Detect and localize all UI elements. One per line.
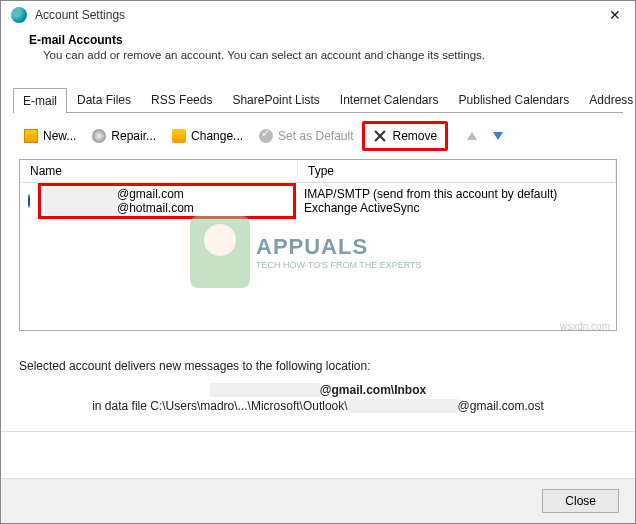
remove-button[interactable]: Remove — [366, 125, 444, 147]
watermark-brand: APPUALS — [256, 234, 422, 260]
folder-edit-icon — [172, 129, 186, 143]
check-circle-icon — [259, 129, 273, 143]
tab-address-books[interactable]: Address Books — [579, 87, 636, 112]
close-button[interactable]: Close — [542, 489, 619, 513]
account-settings-dialog: Account Settings ✕ E-mail Accounts You c… — [0, 0, 636, 524]
set-default-button: Set as Default — [252, 125, 360, 147]
app-icon — [11, 7, 27, 23]
new-button[interactable]: New... — [17, 125, 83, 147]
tab-rss-feeds[interactable]: RSS Feeds — [141, 87, 222, 112]
titlebar: Account Settings ✕ — [1, 1, 635, 29]
delivery-path-prefix: in data file C:\Users\madro\...\Microsof… — [92, 399, 347, 413]
watermark: APPUALS TECH HOW-TO'S FROM THE EXPERTS — [190, 216, 422, 288]
x-icon — [373, 129, 387, 143]
arrow-up-icon — [467, 132, 477, 140]
tab-data-files[interactable]: Data Files — [67, 87, 141, 112]
repair-button[interactable]: Repair... — [85, 125, 163, 147]
toolbar: New... Repair... Change... Set as Defaul… — [1, 113, 635, 159]
repair-label: Repair... — [111, 129, 156, 143]
watermark-figure-icon — [190, 216, 250, 288]
table-header: Name Type — [20, 160, 616, 183]
header-section: E-mail Accounts You can add or remove an… — [1, 29, 635, 83]
delivery-info: Selected account delivers new messages t… — [1, 345, 635, 417]
new-label: New... — [43, 129, 76, 143]
mail-new-icon — [24, 129, 38, 143]
row2-name: @hotmail.com — [117, 201, 194, 215]
row1-name: @gmail.com — [117, 187, 184, 201]
section-heading: E-mail Accounts — [29, 33, 607, 47]
tab-strip: E-mail Data Files RSS Feeds SharePoint L… — [13, 87, 623, 113]
table-row[interactable]: XXXXXXXX@gmail.com XXXXXXXX@hotmail.com … — [20, 183, 616, 219]
row1-type: IMAP/SMTP (send from this account by def… — [304, 187, 608, 201]
move-down-button[interactable] — [486, 128, 510, 144]
default-account-icon — [28, 194, 30, 208]
tab-sharepoint-lists[interactable]: SharePoint Lists — [222, 87, 329, 112]
site-watermark: wsxdn.com — [560, 321, 610, 331]
gear-icon — [92, 129, 106, 143]
set-default-label: Set as Default — [278, 129, 353, 143]
arrow-down-icon — [493, 132, 503, 140]
section-subtext: You can add or remove an account. You ca… — [29, 49, 607, 61]
col-type[interactable]: Type — [298, 160, 616, 182]
close-icon[interactable]: ✕ — [605, 7, 625, 23]
tab-internet-calendars[interactable]: Internet Calendars — [330, 87, 449, 112]
change-label: Change... — [191, 129, 243, 143]
row2-type: Exchange ActiveSync — [304, 201, 608, 215]
change-button[interactable]: Change... — [165, 125, 250, 147]
remove-label: Remove — [392, 129, 437, 143]
dialog-footer: Close — [1, 478, 635, 523]
selected-rows-highlight: XXXXXXXX@gmail.com XXXXXXXX@hotmail.com — [38, 183, 296, 219]
tab-email[interactable]: E-mail — [13, 88, 67, 113]
delivery-line1: Selected account delivers new messages t… — [19, 359, 617, 373]
move-up-button — [460, 128, 484, 144]
accounts-table: Name Type XXXXXXXX@gmail.com XXXXXXXX@ho… — [19, 159, 617, 331]
remove-highlight: Remove — [362, 121, 448, 151]
delivery-path-suffix: @gmail.com.ost — [458, 399, 544, 413]
watermark-tagline: TECH HOW-TO'S FROM THE EXPERTS — [256, 260, 422, 270]
delivery-location: @gmail.com\Inbox — [320, 383, 426, 397]
separator — [1, 431, 635, 432]
tab-published-calendars[interactable]: Published Calendars — [449, 87, 580, 112]
col-name[interactable]: Name — [20, 160, 298, 182]
window-title: Account Settings — [35, 8, 605, 22]
